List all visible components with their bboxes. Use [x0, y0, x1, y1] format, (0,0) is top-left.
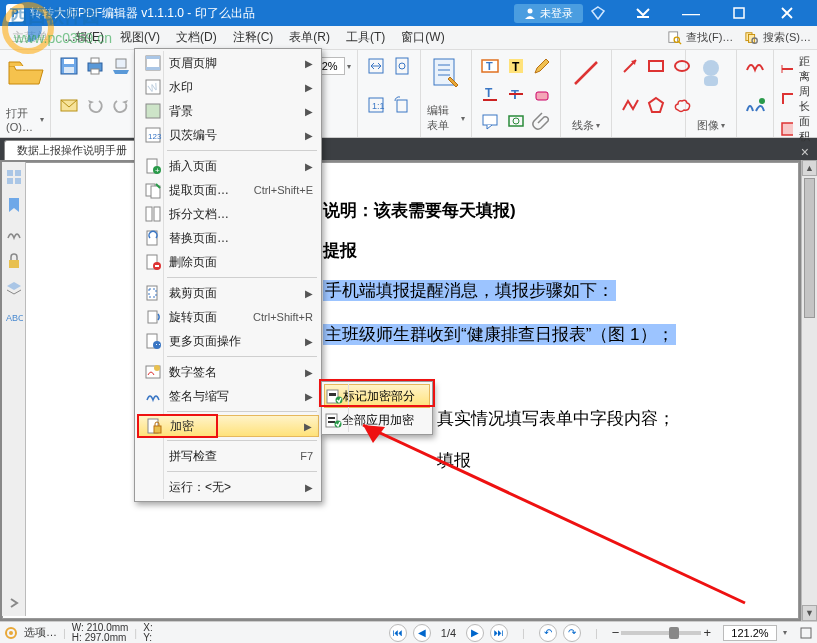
menu-item-bates[interactable]: 123贝茨编号▶: [137, 123, 319, 147]
pencil-button[interactable]: [531, 55, 553, 77]
security-panel-button[interactable]: [5, 252, 23, 270]
note-button[interactable]: [479, 110, 501, 132]
prev-page-button[interactable]: ◀: [413, 624, 431, 642]
menu-window[interactable]: 窗口(W): [393, 26, 452, 49]
menu-item-insert-page[interactable]: +插入页面▶: [137, 154, 319, 178]
first-page-button[interactable]: ⏮: [389, 624, 407, 642]
actual-size-button[interactable]: 1:1: [365, 94, 387, 116]
close-button[interactable]: [763, 0, 811, 26]
svg-point-51: [513, 118, 519, 124]
abc-panel-button[interactable]: ABC: [5, 308, 23, 326]
rect-shape-button[interactable]: [645, 55, 667, 77]
tb-group-form: 编辑表单▾: [421, 50, 472, 137]
area-button[interactable]: 面积: [780, 114, 815, 144]
polyline-button[interactable]: [619, 94, 641, 116]
tab-close-button[interactable]: ×: [793, 144, 817, 160]
mail-button[interactable]: [58, 94, 80, 116]
menu-item-watermark[interactable]: W水印▶: [137, 75, 319, 99]
scan-button[interactable]: [110, 55, 132, 77]
perimeter-button[interactable]: 周长: [780, 84, 815, 114]
initial-button[interactable]: [744, 94, 766, 116]
rotate-view-button[interactable]: [391, 94, 413, 116]
attach-button[interactable]: [531, 110, 553, 132]
edit-form-button[interactable]: [427, 54, 465, 92]
nav-back-button[interactable]: ↶: [539, 624, 557, 642]
menu-comment[interactable]: 注释(C): [225, 26, 282, 49]
svg-point-107: [9, 631, 13, 635]
menu-item-encrypt[interactable]: 加密▶: [137, 415, 319, 437]
menu-view[interactable]: 视图(V): [112, 26, 168, 49]
gear-icon[interactable]: [4, 626, 18, 640]
scroll-track[interactable]: [802, 176, 817, 605]
last-page-button[interactable]: ⏭: [490, 624, 508, 642]
options-button[interactable]: 选项…: [24, 625, 57, 640]
menu-item-sign-initial[interactable]: 签名与缩写▶: [137, 384, 319, 408]
line-icon: [569, 56, 603, 90]
doc-heading-2: 提报: [323, 239, 357, 262]
statusbar: 选项… | W: 210.0mm H: 297.0mm | X: Y: ⏮ ◀ …: [0, 621, 817, 643]
search-button[interactable]: 搜索(S)…: [739, 30, 817, 45]
redo-button[interactable]: [110, 94, 132, 116]
open-button[interactable]: [6, 54, 44, 92]
svg-text:ABC: ABC: [6, 313, 23, 323]
menu-item-rotate-page[interactable]: 旋转页面Ctrl+Shift+R: [137, 305, 319, 329]
document-tab[interactable]: 数据上报操作说明手册: [4, 140, 140, 160]
ribbon-toggle-button[interactable]: [619, 0, 667, 26]
status-zoom-input[interactable]: [723, 625, 777, 641]
menu-item-crop-page[interactable]: 裁剪页面▶: [137, 281, 319, 305]
layers-panel-button[interactable]: [5, 280, 23, 298]
diamond-icon[interactable]: [591, 6, 605, 20]
menu-item-replace-page[interactable]: 替换页面…: [137, 226, 319, 250]
save-button[interactable]: [58, 55, 80, 77]
svg-rect-104: [328, 421, 335, 423]
zoom-slider[interactable]: − +: [612, 625, 711, 640]
menu-form[interactable]: 表单(R): [281, 26, 338, 49]
strikeout-button[interactable]: T: [505, 83, 527, 105]
underline-button[interactable]: T: [479, 83, 501, 105]
textbox-button[interactable]: T: [479, 55, 501, 77]
nav-fwd-button[interactable]: ↷: [563, 624, 581, 642]
menu-item-digital-sign[interactable]: 数字签名▶: [137, 360, 319, 384]
vertical-scrollbar[interactable]: ▲ ▼: [801, 160, 817, 621]
signatures-panel-button[interactable]: [5, 224, 23, 242]
thumbnails-panel-button[interactable]: [5, 168, 23, 186]
user-login-pill[interactable]: 未登录: [514, 4, 583, 23]
menu-main[interactable]: 主菜单: [4, 26, 56, 49]
line-button[interactable]: [567, 54, 605, 92]
menu-tools[interactable]: 工具(T): [338, 26, 393, 49]
menu-item-delete-page[interactable]: 删除页面: [137, 250, 319, 274]
undo-button[interactable]: [84, 94, 106, 116]
fullscreen-icon[interactable]: [799, 626, 813, 640]
menu-item-header-footer[interactable]: 页眉页脚▶: [137, 51, 319, 75]
fit-width-button[interactable]: [365, 55, 387, 77]
menu-item-spellcheck[interactable]: 拼写检查F7: [137, 444, 319, 468]
menu-document[interactable]: 文档(D): [168, 26, 225, 49]
polygon-button[interactable]: [645, 94, 667, 116]
zoom-dropdown[interactable]: ▾: [347, 62, 351, 71]
scroll-down-button[interactable]: ▼: [802, 605, 817, 621]
eraser-button[interactable]: [531, 83, 553, 105]
next-page-button[interactable]: ▶: [466, 624, 484, 642]
menu-item-split-doc[interactable]: 拆分文档…: [137, 202, 319, 226]
panel-chevron-icon[interactable]: [7, 596, 21, 610]
scroll-thumb[interactable]: [804, 178, 815, 318]
print-button[interactable]: [84, 55, 106, 77]
sign-button[interactable]: [744, 55, 766, 77]
menu-item-extract-page[interactable]: 提取页面…Ctrl+Shift+E: [137, 178, 319, 202]
status-zoom-dropdown[interactable]: ▾: [783, 628, 787, 637]
menu-item-run[interactable]: 运行：<无>▶: [137, 475, 319, 499]
highlight-button[interactable]: T: [505, 55, 527, 77]
menu-item-more-page[interactable]: ⋯更多页面操作▶: [137, 329, 319, 353]
image-button[interactable]: [692, 54, 730, 92]
find-button[interactable]: 查找(F)…: [662, 30, 739, 45]
bookmarks-panel-button[interactable]: [5, 196, 23, 214]
maximize-button[interactable]: [715, 0, 763, 26]
fit-page-button[interactable]: [391, 55, 413, 77]
stamp-button[interactable]: [505, 110, 527, 132]
arrow-shape-button[interactable]: [619, 55, 641, 77]
menu-item-background[interactable]: 背景▶: [137, 99, 319, 123]
scroll-up-button[interactable]: ▲: [802, 160, 817, 176]
distance-button[interactable]: 距离: [780, 54, 815, 84]
minimize-button[interactable]: —: [667, 0, 715, 26]
menu-edit[interactable]: …辑(E): [56, 26, 112, 49]
